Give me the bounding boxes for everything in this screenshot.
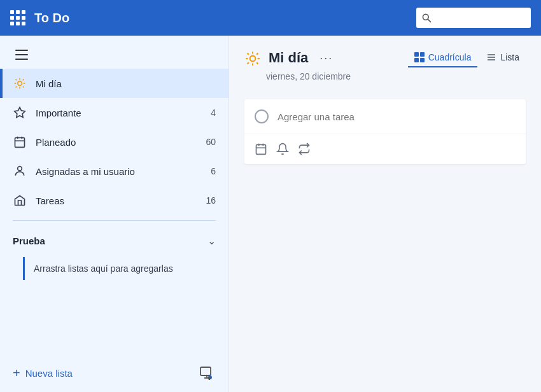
sidebar-nav: Mi día Importante 4: [0, 69, 228, 354]
more-options-button[interactable]: ···: [316, 52, 337, 65]
sidebar-item-label-asignadas: Asignadas a mi usuario: [36, 166, 202, 177]
section-header: Prueba ⌄: [0, 226, 228, 252]
nav-divider: [13, 220, 216, 221]
sidebar-top: [0, 36, 228, 69]
svg-rect-29: [414, 52, 419, 57]
new-list-label: Nueva lista: [25, 368, 73, 379]
search-icon: [421, 13, 432, 23]
svg-line-9: [16, 87, 17, 88]
svg-line-27: [248, 62, 249, 64]
add-task-input[interactable]: [278, 111, 516, 122]
drag-hint-wrapper: Arrastra listas aquí para agregarlas: [0, 252, 228, 285]
svg-line-10: [23, 80, 24, 81]
svg-line-28: [256, 53, 258, 54]
sidebar-bottom: + Nueva lista +: [0, 354, 228, 392]
section-title: Prueba: [13, 235, 45, 246]
search-wrap: [416, 8, 531, 28]
sidebar: Mi día Importante 4: [0, 36, 229, 392]
task-due-date-icon[interactable]: [255, 142, 267, 155]
sidebar-item-count-importante: 4: [211, 108, 216, 118]
star-icon: [13, 106, 27, 120]
content-area: Mi día ··· Cuadrícula: [229, 36, 541, 392]
sun-icon: [13, 76, 27, 90]
grid-icon: [414, 52, 425, 62]
svg-rect-12: [15, 137, 25, 147]
home-icon: [13, 193, 27, 207]
sidebar-item-label-tareas: Tareas: [36, 195, 197, 206]
sidebar-item-label-planeado: Planeado: [36, 137, 197, 148]
view-lista-button[interactable]: Lista: [480, 48, 526, 67]
sidebar-item-asignadas[interactable]: Asignadas a mi usuario 6: [0, 157, 228, 186]
list-icon: [486, 52, 496, 62]
svg-marker-11: [15, 108, 25, 118]
svg-rect-30: [420, 52, 425, 57]
content-date: viernes, 20 diciembre: [266, 71, 526, 89]
svg-rect-36: [256, 145, 266, 155]
svg-rect-31: [414, 58, 419, 62]
svg-line-7: [16, 80, 17, 81]
hamburger-button[interactable]: [13, 47, 31, 62]
add-task-row: [244, 99, 526, 134]
sidebar-item-importante[interactable]: Importante 4: [0, 98, 228, 127]
svg-point-20: [250, 55, 256, 61]
app-grid-icon[interactable]: [10, 10, 25, 25]
svg-line-1: [428, 19, 430, 22]
sidebar-item-label-importante: Importante: [36, 108, 202, 118]
svg-point-2: [18, 81, 22, 86]
search-input[interactable]: [416, 8, 531, 28]
content-title-row: Mi día ··· Cuadrícula: [244, 48, 526, 67]
view-toggle: Cuadrícula Lista: [408, 48, 526, 67]
drag-hint-text: Arrastra listas aquí para agregarlas: [34, 263, 173, 274]
main-layout: Mi día Importante 4: [0, 36, 541, 392]
sidebar-item-count-tareas: 16: [206, 195, 216, 206]
svg-rect-32: [420, 58, 425, 62]
view-cuadricula-label: Cuadrícula: [428, 52, 472, 62]
content-body: [229, 89, 541, 392]
svg-line-26: [256, 62, 258, 64]
person-icon: [13, 164, 27, 178]
svg-text:+: +: [209, 376, 211, 380]
svg-rect-17: [200, 367, 211, 375]
drag-hint: Arrastra listas aquí para agregarlas: [23, 257, 216, 280]
list-share-icon[interactable]: +: [198, 364, 216, 382]
sidebar-item-mi-dia[interactable]: Mi día: [0, 69, 228, 98]
svg-line-25: [248, 53, 249, 54]
sidebar-item-count-planeado: 60: [206, 137, 216, 147]
topbar: To Do: [0, 0, 541, 36]
new-list-button[interactable]: + Nueva lista: [13, 367, 73, 379]
sidebar-item-tareas[interactable]: Tareas 16: [0, 186, 228, 215]
sidebar-item-planeado[interactable]: Planeado 60: [0, 127, 228, 157]
content-title: Mi día: [269, 50, 308, 66]
task-repeat-icon[interactable]: [298, 142, 311, 155]
view-cuadricula-button[interactable]: Cuadrícula: [408, 48, 478, 67]
calendar-icon: [13, 135, 27, 149]
app-title: To Do: [34, 11, 407, 25]
sidebar-item-label-mi-dia: Mi día: [36, 78, 216, 89]
svg-point-16: [18, 167, 22, 171]
sidebar-item-count-asignadas: 6: [211, 166, 216, 176]
chevron-down-icon[interactable]: ⌄: [207, 235, 216, 247]
view-lista-label: Lista: [500, 52, 519, 62]
task-complete-circle[interactable]: [255, 109, 269, 123]
task-reminder-icon[interactable]: [276, 142, 289, 155]
svg-line-8: [23, 87, 24, 88]
content-sun-icon: [244, 49, 261, 66]
add-task-actions: [244, 134, 526, 164]
add-task-card: [244, 99, 526, 164]
content-header: Mi día ··· Cuadrícula: [229, 36, 541, 89]
plus-icon: +: [13, 367, 20, 379]
